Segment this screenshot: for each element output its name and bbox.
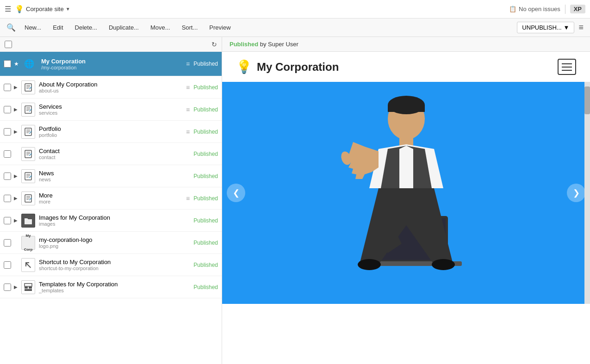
services-item-slug: services (39, 110, 182, 116)
contact-item-name: Contact (39, 148, 193, 154)
shortcut-item-slug: shortcut-to-my-corporation (39, 265, 193, 271)
tree-item-contact[interactable]: ▶ Contact contact Published (0, 143, 222, 165)
tree-item-services[interactable]: ▶ Services services ≡ Published (0, 99, 222, 121)
images-item-status: Published (193, 217, 218, 224)
scrollbar-track[interactable] (584, 82, 590, 304)
unpublish-label: UNPUBLISH... (522, 24, 561, 31)
svg-rect-25 (25, 195, 31, 202)
images-checkbox[interactable] (4, 217, 11, 224)
portfolio-expand-icon[interactable]: ▶ (14, 129, 19, 135)
tree-item-logo[interactable]: ▶ My Corp my-corporation-logo logo.png P… (0, 232, 222, 254)
site-dropdown-arrow[interactable]: ▼ (66, 6, 70, 12)
portfolio-item-status: Published (193, 129, 218, 135)
about-item-slug: about-us (39, 88, 182, 93)
logo-checkbox[interactable] (4, 239, 11, 247)
portfolio-checkbox[interactable] (4, 128, 11, 136)
services-item-status: Published (193, 106, 218, 113)
logo-item-name: my-corporation-logo (39, 236, 193, 243)
contact-checkbox[interactable] (4, 150, 11, 158)
hero-carousel: ❮ ❯ (222, 82, 590, 304)
portfolio-item-info: Portfolio portfolio (39, 125, 182, 138)
more-item-info: More more (39, 192, 182, 204)
contact-item-info: Contact contact (39, 148, 193, 160)
news-item-slug: news (39, 177, 193, 182)
contact-item-status: Published (193, 151, 218, 157)
hamburger-menu[interactable]: ☰ (5, 5, 11, 13)
preview-button[interactable]: Preview (205, 22, 235, 33)
issues-button[interactable]: 📋 No open issues (509, 6, 560, 12)
issues-label: No open issues (519, 6, 560, 12)
images-expand-icon[interactable]: ▶ (14, 218, 19, 223)
clipboard-icon: 📋 (509, 6, 516, 12)
services-expand-icon[interactable]: ▶ (14, 107, 19, 112)
toolbar: 🔍 New... Edit Delete... Duplicate... Mov… (0, 19, 590, 37)
top-bar-divider (565, 5, 565, 14)
carousel-prev-button[interactable]: ❮ (227, 184, 245, 202)
tree-item-templates[interactable]: ▶ Templates for My Corporation _template… (0, 276, 222, 298)
select-all-checkbox[interactable] (5, 41, 12, 48)
about-item-name: About My Corporation (39, 81, 182, 88)
search-button[interactable]: 🔍 (5, 21, 18, 34)
contact-item-slug: contact (39, 154, 193, 160)
scrollbar-thumb[interactable] (584, 86, 590, 114)
news-item-info: News news (39, 170, 193, 182)
services-item-info: Services services (39, 103, 182, 116)
unpublish-dropdown-icon[interactable]: ▼ (564, 24, 570, 31)
logo-item-info: my-corporation-logo logo.png (39, 236, 193, 249)
tree-item-about[interactable]: ▶ About My Corporation about-us ≡ Publis… (0, 76, 222, 99)
more-expand-icon[interactable]: ▶ (14, 196, 19, 201)
tree-item-portfolio[interactable]: ▶ Portfolio portfolio ≡ Published (0, 121, 222, 143)
carousel-next-button[interactable]: ❯ (567, 184, 585, 202)
about-drag-icon: ≡ (186, 84, 190, 91)
templates-checkbox[interactable] (4, 284, 11, 291)
delete-button[interactable]: Delete... (70, 22, 102, 33)
refresh-icon[interactable]: ↻ (211, 41, 217, 48)
about-item-info: About My Corporation about-us (39, 81, 182, 93)
edit-button[interactable]: Edit (48, 22, 68, 33)
more-checkbox[interactable] (4, 195, 11, 202)
move-button[interactable]: Move... (146, 22, 175, 33)
tree-item-news[interactable]: ▶ News news Published (0, 165, 222, 187)
root-item-name: My Corporation (41, 58, 182, 65)
shortcut-checkbox[interactable] (4, 261, 11, 269)
site-indicator: 💡 Corporate site ▼ (15, 5, 70, 13)
services-checkbox[interactable] (4, 106, 11, 113)
list-view-button[interactable]: ≡ (577, 21, 585, 34)
star-icon: ★ (14, 61, 19, 67)
more-drag-icon: ≡ (186, 195, 190, 202)
site-dot-icon: 💡 (15, 5, 24, 13)
portfolio-item-name: Portfolio (39, 125, 182, 132)
left-panel: ↻ ★ 🌐 My Corporation /my-corporation ≡ P… (0, 37, 222, 364)
duplicate-button[interactable]: Duplicate... (104, 22, 143, 33)
news-checkbox[interactable] (4, 173, 11, 180)
unpublish-button[interactable]: UNPUBLISH... ▼ (517, 22, 574, 33)
nav-toggle-line-1 (562, 63, 572, 64)
new-button[interactable]: New... (20, 22, 46, 33)
templates-item-name: Templates for My Corporation (39, 281, 193, 288)
logo-icon: My Corp (21, 236, 35, 250)
tree-item-more[interactable]: ▶ More more ≡ Published (0, 187, 222, 210)
portfolio-page-icon (21, 125, 35, 139)
tree-item-root[interactable]: ★ 🌐 My Corporation /my-corporation ≡ Pub… (0, 52, 222, 76)
xp-badge[interactable]: XP (570, 5, 585, 13)
svg-point-43 (358, 259, 381, 270)
right-panel: Published by Super User 💡 My Corporation (222, 37, 590, 364)
about-expand-icon[interactable]: ▶ (14, 85, 19, 90)
shortcut-item-status: Published (193, 262, 218, 268)
preview-site: 💡 My Corporation (222, 52, 590, 364)
more-item-status: Published (193, 195, 218, 202)
tree-item-shortcut[interactable]: ▶ Shortcut to My Corporation shortcut-to… (0, 254, 222, 276)
root-checkbox[interactable] (4, 60, 11, 68)
svg-rect-20 (25, 173, 31, 180)
news-expand-icon[interactable]: ▶ (14, 173, 19, 179)
svg-rect-5 (25, 106, 31, 113)
nav-toggle-line-2 (562, 67, 572, 68)
hero-image (314, 86, 499, 299)
svg-rect-33 (25, 284, 32, 286)
sort-button[interactable]: Sort... (177, 22, 203, 33)
about-checkbox[interactable] (4, 84, 11, 91)
site-name: Corporate site (26, 6, 64, 12)
templates-expand-icon[interactable]: ▶ (14, 284, 19, 290)
svg-rect-10 (25, 128, 31, 136)
nav-toggle-button[interactable] (558, 59, 576, 75)
